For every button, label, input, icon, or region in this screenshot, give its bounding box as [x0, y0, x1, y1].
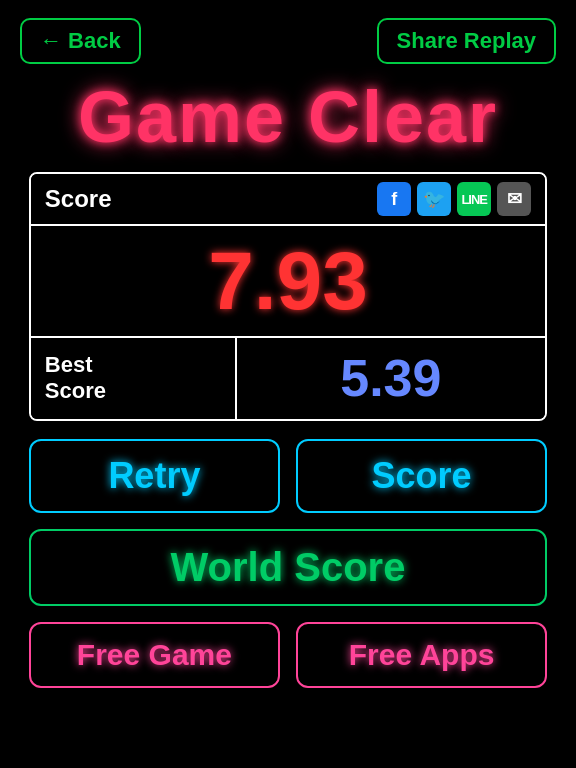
score-label: Score [45, 185, 112, 213]
retry-score-row: Retry Score [29, 439, 547, 513]
free-row: Free Game Free Apps [29, 622, 547, 688]
share-replay-button[interactable]: Share Replay [377, 18, 556, 64]
score-value-row: 7.93 [31, 226, 545, 338]
back-button[interactable]: ← Back [20, 18, 141, 64]
best-score-value: 5.39 [237, 338, 546, 419]
retry-button[interactable]: Retry [29, 439, 280, 513]
top-bar: ← Back Share Replay [0, 0, 576, 74]
score-header: Score f 🐦 LINE ✉ [31, 174, 545, 226]
best-score-label: BestScore [31, 338, 237, 419]
line-icon[interactable]: LINE [457, 182, 491, 216]
score-button[interactable]: Score [296, 439, 547, 513]
mail-icon[interactable]: ✉ [497, 182, 531, 216]
best-score-row: BestScore 5.39 [31, 338, 545, 419]
free-apps-button[interactable]: Free Apps [296, 622, 547, 688]
world-score-button[interactable]: World Score [29, 529, 547, 606]
free-game-button[interactable]: Free Game [29, 622, 280, 688]
game-clear-title: Game Clear [78, 76, 498, 158]
score-value: 7.93 [208, 235, 368, 326]
score-panel: Score f 🐦 LINE ✉ 7.93 BestScore 5.39 [29, 172, 547, 421]
social-icons: f 🐦 LINE ✉ [377, 182, 531, 216]
facebook-icon[interactable]: f [377, 182, 411, 216]
twitter-icon[interactable]: 🐦 [417, 182, 451, 216]
